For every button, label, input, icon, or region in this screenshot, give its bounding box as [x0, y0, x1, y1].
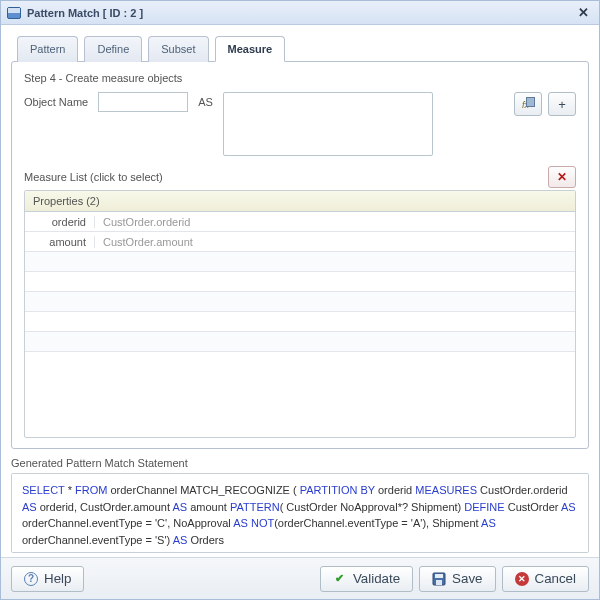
validate-button[interactable]: ✔ Validate — [320, 566, 413, 592]
tab-content-measure: Step 4 - Create measure objects Object N… — [11, 61, 589, 449]
help-button[interactable]: ? Help — [11, 566, 84, 592]
generated-title: Generated Pattern Match Statement — [11, 457, 589, 469]
tab-pattern[interactable]: Pattern — [17, 36, 78, 62]
svg-rect-2 — [436, 580, 442, 585]
grid-row-empty — [25, 292, 575, 312]
save-button[interactable]: Save — [419, 566, 495, 592]
tab-define[interactable]: Define — [84, 36, 142, 62]
property-name: orderid — [25, 216, 95, 228]
step-title: Step 4 - Create measure objects — [24, 72, 576, 84]
window-title: Pattern Match [ ID : 2 ] — [27, 7, 574, 19]
grid-row-empty — [25, 332, 575, 352]
help-label: Help — [44, 571, 71, 586]
tab-measure[interactable]: Measure — [215, 36, 286, 62]
cancel-icon: ✕ — [515, 572, 529, 586]
as-label: AS — [198, 92, 213, 108]
grid-header: Properties (2) — [25, 191, 575, 212]
tab-subset[interactable]: Subset — [148, 36, 208, 62]
generated-section: Generated Pattern Match Statement SELECT… — [11, 457, 589, 553]
titlebar: Pattern Match [ ID : 2 ] ✕ — [1, 1, 599, 25]
buttonbar: ? Help ✔ Validate Save ✕ Cancel — [1, 557, 599, 599]
grid-row-empty — [25, 272, 575, 292]
save-label: Save — [452, 571, 482, 586]
measure-grid: Properties (2) orderid CustOrder.orderid… — [24, 190, 576, 438]
save-icon — [432, 572, 446, 586]
as-textarea[interactable] — [223, 92, 433, 156]
property-value: CustOrder.orderid — [95, 216, 190, 228]
cancel-label: Cancel — [535, 571, 577, 586]
grid-row-empty — [25, 312, 575, 332]
fx-icon — [521, 97, 535, 111]
close-icon[interactable]: ✕ — [574, 5, 593, 20]
validate-label: Validate — [353, 571, 400, 586]
property-value: CustOrder.amount — [95, 236, 193, 248]
object-form-row: Object Name AS + — [24, 92, 576, 156]
object-name-label: Object Name — [24, 92, 88, 108]
generated-statement: SELECT * FROM orderChannel MATCH_RECOGNI… — [11, 473, 589, 553]
measure-list-header: Measure List (click to select) ✕ — [24, 166, 576, 188]
grid-row[interactable]: orderid CustOrder.orderid — [25, 212, 575, 232]
grid-row-empty — [25, 252, 575, 272]
measure-list-label: Measure List (click to select) — [24, 171, 548, 183]
object-name-input[interactable] — [98, 92, 188, 112]
expression-builder-button[interactable] — [514, 92, 542, 116]
delete-button[interactable]: ✕ — [548, 166, 576, 188]
window-icon — [7, 7, 21, 19]
pattern-match-dialog: Pattern Match [ ID : 2 ] ✕ Pattern Defin… — [0, 0, 600, 600]
help-icon: ? — [24, 572, 38, 586]
add-button[interactable]: + — [548, 92, 576, 116]
cancel-button[interactable]: ✕ Cancel — [502, 566, 590, 592]
property-name: amount — [25, 236, 95, 248]
tabstrip: Pattern Define Subset Measure — [11, 35, 589, 61]
check-icon: ✔ — [333, 572, 347, 586]
grid-row[interactable]: amount CustOrder.amount — [25, 232, 575, 252]
svg-rect-1 — [435, 574, 443, 578]
